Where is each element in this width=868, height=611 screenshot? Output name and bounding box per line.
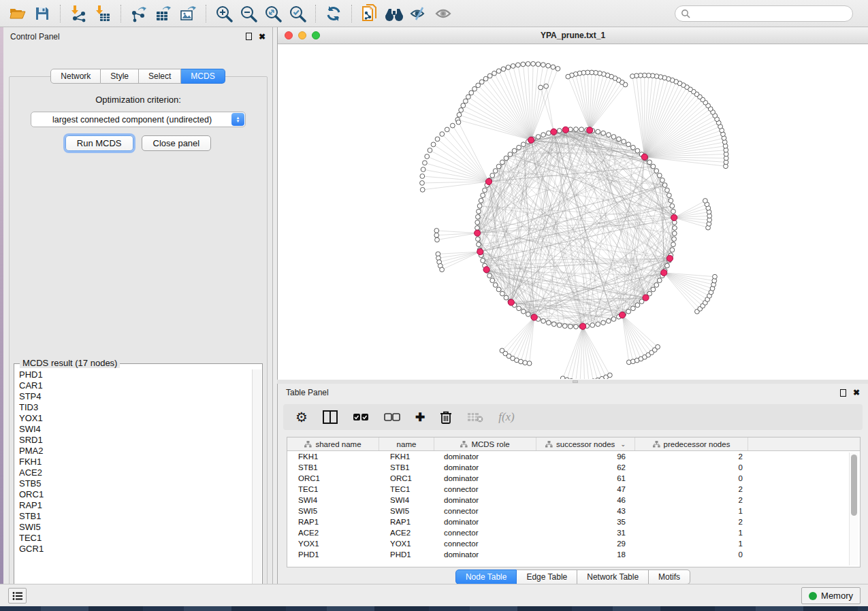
memory-label: Memory [821,591,853,601]
table-panel: Table Panel ✖ ⚙ ✚ [277,384,868,584]
tab-network[interactable]: Network [50,69,101,84]
task-history-button[interactable] [8,588,27,604]
table-row[interactable]: FKH1FKH1dominator962 [287,451,860,462]
zoom-out-button[interactable] [236,3,261,24]
list-item[interactable]: RAP1 [19,500,252,511]
column-header-predecessor-nodes[interactable]: predecessor nodes [635,437,748,450]
open-session-button[interactable] [5,3,30,24]
splitter-grip[interactable] [573,380,578,383]
eye-slash-icon [409,5,428,22]
tab-select[interactable]: Select [139,69,181,84]
create-column-button[interactable]: ✚ [415,412,425,423]
search-input[interactable] [690,9,847,18]
zoom-in-button[interactable] [212,3,236,24]
list-item[interactable]: ACE2 [19,467,252,478]
column-header-mcds-role[interactable]: MCDS role [434,437,536,450]
list-item[interactable]: SWI5 [19,522,252,533]
export-table-icon [155,5,172,22]
close-panel-button[interactable]: Close panel [142,135,212,151]
search-field[interactable] [675,5,853,22]
export-image-button[interactable] [176,3,200,24]
tab-motifs[interactable]: Motifs [649,569,690,584]
import-network-button[interactable] [66,3,91,24]
table-panel-titlebar[interactable]: Table Panel ✖ [278,384,868,401]
table-row[interactable]: RAP1RAP1dominator352 [287,516,860,527]
binoculars-icon [384,5,404,22]
table-header-row: shared name name MCDS role successor nod… [287,437,860,451]
toolbar-separator [206,5,206,22]
deselect-all-button[interactable] [384,413,400,421]
table-row[interactable]: STB1STB1dominator620 [287,462,860,473]
table-row[interactable]: TEC1TEC1connector472 [287,484,860,495]
column-header-successor-nodes[interactable]: successor nodes ⌄ [536,437,635,450]
control-panel-tabs: Network Style Select MCDS [3,69,272,84]
list-item[interactable]: FKH1 [19,457,252,467]
show-all-button[interactable] [431,3,455,24]
list-item[interactable]: TEC1 [19,533,252,544]
zoom-in-icon [215,5,233,22]
delete-table-button [467,412,483,423]
mcds-result-title: MCDS result (17 nodes) [20,358,120,368]
delete-column-button[interactable] [440,410,452,425]
column-header-shared-name[interactable]: shared name [287,437,379,450]
list-item[interactable]: SRD1 [19,435,252,446]
tab-style[interactable]: Style [101,69,139,84]
scrollbar-thumb[interactable] [851,455,857,516]
show-columns-button[interactable] [323,410,338,424]
list-item[interactable]: PMA2 [19,446,252,457]
import-table-button[interactable] [91,3,115,24]
zoom-selected-button[interactable] [285,3,310,24]
hide-selected-button[interactable] [406,3,431,24]
network-window-titlebar[interactable]: YPA_prune.txt_1 [278,27,868,44]
run-mcds-button[interactable]: Run MCDS [65,135,133,151]
table-scrollbar[interactable] [849,452,858,565]
close-panel-icon[interactable]: ✖ [259,33,266,41]
float-panel-icon[interactable] [246,33,252,40]
hierarchy-icon [653,441,660,448]
network-canvas[interactable] [278,44,868,379]
list-item[interactable]: GCR1 [19,544,252,555]
tab-network-table[interactable]: Network Table [577,569,649,584]
control-panel: Control Panel ✖ Optimization criterion: … [3,27,273,584]
find-network-button[interactable] [382,3,406,24]
new-network-from-selection-icon [361,4,379,23]
network-graph-svg[interactable] [278,44,868,379]
float-panel-icon[interactable] [840,389,846,397]
table-row[interactable]: PHD1PHD1dominator180 [287,549,860,560]
table-settings-button[interactable]: ⚙ [295,410,308,424]
save-session-button[interactable] [30,3,54,24]
function-builder-button: f(x) [498,410,515,424]
list-item[interactable]: STB1 [19,511,252,522]
refresh-view-button[interactable] [321,3,346,24]
tab-node-table[interactable]: Node Table [455,569,517,584]
list-item[interactable]: TID3 [19,402,252,413]
import-network-icon [69,5,87,22]
memory-button[interactable]: Memory [801,587,861,604]
tab-edge-table[interactable]: Edge Table [517,569,577,584]
table-row[interactable]: SWI5SWI5connector431 [287,506,860,516]
table-row[interactable]: SWI4SWI4dominator462 [287,495,860,506]
table-row[interactable]: YOX1YOX1connector291 [287,538,860,549]
list-item[interactable]: CAR1 [19,380,252,391]
close-panel-icon[interactable]: ✖ [853,389,860,397]
mcds-list-scrollbar[interactable] [252,369,261,611]
control-panel-titlebar[interactable]: Control Panel ✖ [3,27,272,46]
list-item[interactable]: STB5 [19,478,252,489]
zoom-fit-button[interactable] [261,3,285,24]
list-item[interactable]: STP4 [19,391,252,402]
table-row[interactable]: ACE2ACE2connector311 [287,527,860,538]
table-row[interactable]: ORC1ORC1dominator610 [287,473,860,484]
new-network-from-selection-button[interactable] [357,3,382,24]
list-item[interactable]: PHD1 [19,369,252,380]
criterion-dropdown[interactable]: largest connected component (undirected)… [31,112,246,127]
tab-mcds[interactable]: MCDS [181,69,225,84]
list-item[interactable]: YOX1 [19,413,252,424]
column-header-name[interactable]: name [379,437,434,450]
list-item[interactable]: SWI4 [19,424,252,435]
export-table-button[interactable] [151,3,176,24]
export-network-button[interactable] [127,3,151,24]
list-item[interactable]: ORC1 [19,489,252,500]
mcds-result-list[interactable]: PHD1 CAR1 STP4 TID3 YOX1 SWI4 SRD1 PMA2 … [15,369,252,611]
select-all-button[interactable] [353,413,369,421]
sort-descending-icon: ⌄ [620,441,626,448]
